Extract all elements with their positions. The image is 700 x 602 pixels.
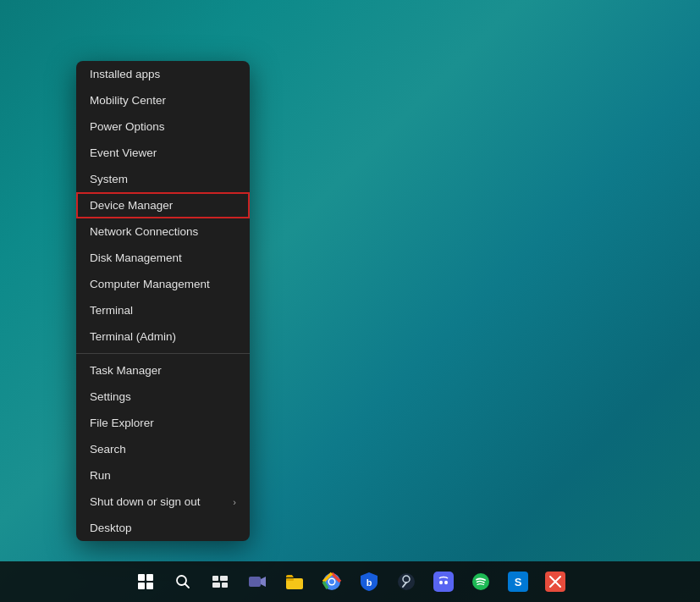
menu-item-label: Search (90, 443, 126, 456)
menu-item-label: Installed apps (90, 68, 160, 80)
svg-rect-4 (212, 583, 220, 588)
menu-item-label: Desktop (90, 522, 132, 534)
menu-item-settings[interactable]: Settings (76, 384, 250, 410)
menu-divider (76, 353, 250, 354)
menu-item-event-viewer[interactable]: Event Viewer (76, 140, 250, 166)
menu-item-shut-down-or-sign-out[interactable]: Shut down or sign out› (76, 489, 250, 515)
menu-item-file-explorer[interactable]: File Explorer (76, 410, 250, 436)
discord-icon (433, 572, 454, 592)
start-button[interactable] (129, 565, 163, 599)
windows-logo-icon (138, 574, 153, 589)
chrome-button[interactable] (315, 565, 349, 599)
desktop: Installed appsMobility CenterPower Optio… (0, 0, 700, 602)
task-view-button[interactable] (203, 565, 237, 599)
menu-item-label: Shut down or sign out (90, 495, 201, 508)
svg-point-18 (444, 581, 448, 584)
menu-item-label: File Explorer (90, 417, 154, 429)
menu-item-run[interactable]: Run (76, 462, 250, 489)
spotify-button[interactable] (464, 565, 498, 599)
svg-text:S: S (514, 576, 521, 588)
svg-marker-7 (261, 577, 266, 587)
steam-button[interactable] (389, 565, 423, 599)
spotify-icon (471, 572, 491, 592)
bitwarden-icon: b (360, 572, 378, 592)
menu-item-power-options[interactable]: Power Options (76, 113, 250, 140)
menu-item-terminal--admin-[interactable]: Terminal (Admin) (76, 323, 250, 350)
discord-button[interactable] (427, 565, 460, 599)
svg-point-12 (329, 579, 334, 584)
taskbar-search-icon (174, 573, 191, 590)
menu-item-system[interactable]: System (76, 166, 250, 192)
svg-rect-3 (220, 576, 228, 581)
bitwarden-button[interactable]: b (352, 565, 386, 599)
svg-rect-6 (249, 577, 261, 587)
chrome-icon (322, 572, 342, 592)
menu-item-label: System (90, 173, 128, 185)
svg-point-17 (439, 581, 443, 584)
menu-item-label: Computer Management (90, 278, 210, 290)
menu-item-desktop[interactable]: Desktop (76, 515, 250, 541)
svg-rect-5 (222, 583, 228, 588)
menu-item-label: Device Manager (90, 199, 173, 212)
svg-rect-16 (433, 572, 454, 592)
svg-line-1 (185, 584, 189, 588)
meet-button[interactable] (240, 565, 274, 599)
menu-item-label: Power Options (90, 120, 165, 133)
menu-item-label: Event Viewer (90, 146, 157, 159)
file-explorer-button[interactable] (278, 565, 311, 599)
svg-rect-2 (212, 576, 218, 581)
menu-item-label: Run (90, 469, 111, 482)
steam-icon (396, 572, 416, 592)
app2-icon (545, 572, 565, 592)
menu-item-network-connections[interactable]: Network Connections (76, 218, 250, 245)
menu-item-label: Mobility Center (90, 94, 166, 107)
menu-item-task-manager[interactable]: Task Manager (76, 357, 250, 384)
menu-item-installed-apps[interactable]: Installed apps (76, 61, 250, 87)
menu-item-label: Settings (90, 390, 131, 403)
context-menu: Installed appsMobility CenterPower Optio… (76, 61, 250, 541)
taskbar-search-button[interactable] (166, 565, 200, 599)
taskbar: b (0, 561, 700, 602)
meet-icon (247, 572, 267, 592)
menu-item-label: Terminal (90, 304, 133, 317)
svg-text:b: b (366, 577, 372, 588)
menu-item-computer-management[interactable]: Computer Management (76, 271, 250, 297)
menu-item-label: Terminal (Admin) (90, 330, 176, 343)
app2-button[interactable] (538, 565, 572, 599)
app1-icon: S (508, 572, 528, 592)
menu-item-disk-management[interactable]: Disk Management (76, 245, 250, 271)
submenu-arrow-icon: › (233, 497, 236, 507)
file-explorer-icon (284, 572, 305, 592)
app1-button[interactable]: S (501, 565, 535, 599)
menu-item-label: Task Manager (90, 364, 162, 377)
menu-item-label: Disk Management (90, 251, 182, 264)
svg-rect-9 (286, 578, 294, 581)
menu-item-label: Network Connections (90, 225, 198, 238)
menu-item-mobility-center[interactable]: Mobility Center (76, 87, 250, 113)
menu-item-terminal[interactable]: Terminal (76, 297, 250, 323)
task-view-icon (211, 572, 229, 591)
menu-item-device-manager[interactable]: Device Manager (76, 192, 250, 218)
menu-item-search[interactable]: Search (76, 436, 250, 462)
